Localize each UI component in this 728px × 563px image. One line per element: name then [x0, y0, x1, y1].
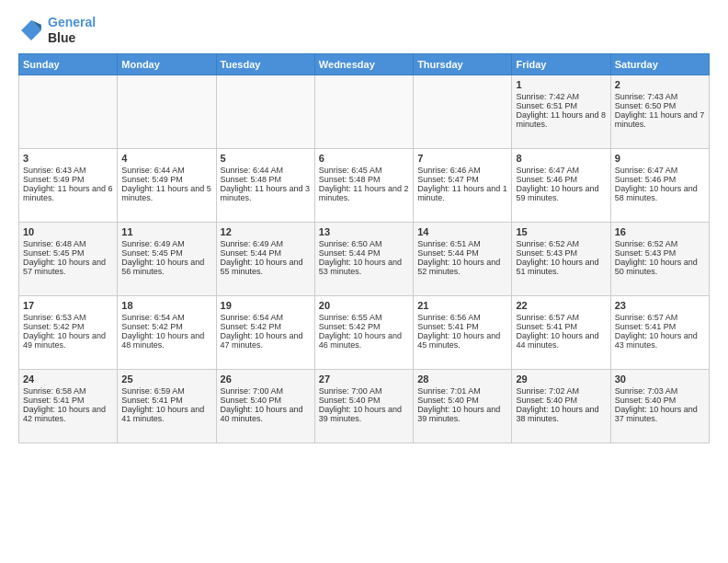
cell-text: Sunset: 5:47 PM — [417, 175, 507, 184]
day-number: 22 — [516, 300, 606, 311]
header-cell-friday: Friday — [512, 53, 610, 75]
week-row-3: 17Sunrise: 6:53 AMSunset: 5:42 PMDayligh… — [19, 295, 710, 369]
calendar-cell: 18Sunrise: 6:54 AMSunset: 5:42 PMDayligh… — [118, 295, 216, 369]
calendar-cell: 3Sunrise: 6:43 AMSunset: 5:49 PMDaylight… — [19, 148, 118, 222]
cell-text: Daylight: 11 hours and 2 minutes. — [319, 184, 409, 202]
day-number: 15 — [516, 226, 606, 237]
calendar-cell: 8Sunrise: 6:47 AMSunset: 5:46 PMDaylight… — [512, 148, 610, 222]
cell-text: Daylight: 10 hours and 44 minutes. — [516, 331, 606, 350]
cell-text: Sunset: 5:41 PM — [23, 396, 113, 405]
day-number: 20 — [319, 300, 409, 311]
cell-text: Daylight: 10 hours and 55 minutes. — [221, 258, 311, 276]
cell-text: Sunrise: 6:59 AM — [121, 386, 211, 396]
day-number: 5 — [221, 153, 311, 164]
day-number: 27 — [319, 373, 409, 385]
cell-text: Sunset: 6:50 PM — [615, 101, 705, 110]
header-row: SundayMondayTuesdayWednesdayThursdayFrid… — [19, 53, 710, 75]
calendar-cell: 20Sunrise: 6:55 AMSunset: 5:42 PMDayligh… — [314, 295, 413, 369]
cell-text: Daylight: 10 hours and 46 minutes. — [319, 331, 409, 350]
calendar-cell: 26Sunrise: 7:00 AMSunset: 5:40 PMDayligh… — [216, 369, 314, 442]
day-number: 3 — [23, 153, 113, 164]
calendar-cell: 25Sunrise: 6:59 AMSunset: 5:41 PMDayligh… — [118, 369, 216, 442]
cell-text: Sunset: 5:41 PM — [615, 322, 705, 331]
week-row-0: 1Sunrise: 7:42 AMSunset: 6:51 PMDaylight… — [19, 75, 710, 148]
calendar-cell: 15Sunrise: 6:52 AMSunset: 5:43 PMDayligh… — [512, 222, 610, 295]
calendar-cell: 10Sunrise: 6:48 AMSunset: 5:45 PMDayligh… — [19, 222, 118, 295]
day-number: 16 — [615, 226, 705, 237]
cell-text: Daylight: 10 hours and 57 minutes. — [23, 258, 113, 276]
calendar-cell: 13Sunrise: 6:50 AMSunset: 5:44 PMDayligh… — [314, 222, 413, 295]
day-number: 24 — [23, 373, 113, 385]
cell-text: Daylight: 11 hours and 1 minute. — [417, 184, 507, 202]
calendar-cell: 28Sunrise: 7:01 AMSunset: 5:40 PMDayligh… — [414, 369, 512, 442]
cell-text: Daylight: 10 hours and 39 minutes. — [319, 405, 409, 423]
calendar-cell: 30Sunrise: 7:03 AMSunset: 5:40 PMDayligh… — [610, 369, 709, 442]
cell-text: Sunset: 5:41 PM — [121, 396, 211, 405]
day-number: 11 — [121, 226, 211, 237]
cell-text: Sunset: 5:44 PM — [417, 248, 507, 258]
cell-text: Daylight: 11 hours and 7 minutes. — [615, 110, 705, 129]
cell-text: Daylight: 11 hours and 8 minutes. — [516, 110, 606, 129]
cell-text: Daylight: 10 hours and 42 minutes. — [23, 405, 113, 423]
cell-text: Sunset: 5:44 PM — [221, 248, 311, 258]
cell-text: Daylight: 10 hours and 59 minutes. — [516, 184, 606, 202]
cell-text: Sunrise: 6:44 AM — [121, 166, 211, 175]
calendar-cell: 24Sunrise: 6:58 AMSunset: 5:41 PMDayligh… — [19, 369, 118, 442]
day-number: 14 — [417, 226, 507, 237]
header-cell-thursday: Thursday — [414, 53, 512, 75]
cell-text: Sunrise: 6:47 AM — [516, 166, 606, 175]
day-number: 30 — [615, 373, 705, 385]
cell-text: Sunset: 6:51 PM — [516, 101, 606, 110]
day-number: 8 — [516, 153, 606, 164]
cell-text: Daylight: 10 hours and 40 minutes. — [221, 405, 311, 423]
day-number: 2 — [615, 79, 705, 90]
cell-text: Sunrise: 6:58 AM — [23, 386, 113, 396]
calendar-cell — [118, 75, 216, 148]
cell-text: Sunrise: 6:49 AM — [121, 239, 211, 248]
day-number: 28 — [417, 373, 507, 385]
day-number: 26 — [221, 373, 311, 385]
cell-text: Sunrise: 6:52 AM — [516, 239, 606, 248]
calendar-cell: 7Sunrise: 6:46 AMSunset: 5:47 PMDaylight… — [414, 148, 512, 222]
calendar-cell: 27Sunrise: 7:00 AMSunset: 5:40 PMDayligh… — [314, 369, 413, 442]
calendar-cell: 6Sunrise: 6:45 AMSunset: 5:48 PMDaylight… — [314, 148, 413, 222]
cell-text: Sunrise: 6:44 AM — [221, 166, 311, 175]
day-number: 1 — [516, 79, 606, 90]
cell-text: Sunrise: 6:47 AM — [615, 166, 705, 175]
cell-text: Sunrise: 7:00 AM — [221, 386, 311, 396]
day-number: 17 — [23, 300, 113, 311]
cell-text: Sunset: 5:49 PM — [23, 175, 113, 184]
logo-icon — [18, 17, 44, 43]
calendar-header: SundayMondayTuesdayWednesdayThursdayFrid… — [19, 53, 710, 75]
day-number: 29 — [516, 373, 606, 385]
calendar-cell — [414, 75, 512, 148]
cell-text: Sunrise: 6:46 AM — [417, 166, 507, 175]
calendar-cell: 21Sunrise: 6:56 AMSunset: 5:41 PMDayligh… — [414, 295, 512, 369]
cell-text: Sunrise: 7:43 AM — [615, 92, 705, 101]
calendar-cell: 4Sunrise: 6:44 AMSunset: 5:49 PMDaylight… — [118, 148, 216, 222]
calendar-cell: 12Sunrise: 6:49 AMSunset: 5:44 PMDayligh… — [216, 222, 314, 295]
cell-text: Sunrise: 6:54 AM — [221, 313, 311, 322]
cell-text: Sunset: 5:40 PM — [319, 396, 409, 405]
calendar-cell: 5Sunrise: 6:44 AMSunset: 5:48 PMDaylight… — [216, 148, 314, 222]
cell-text: Sunset: 5:40 PM — [516, 396, 606, 405]
calendar-cell: 19Sunrise: 6:54 AMSunset: 5:42 PMDayligh… — [216, 295, 314, 369]
calendar-cell — [216, 75, 314, 148]
day-number: 12 — [221, 226, 311, 237]
cell-text: Sunset: 5:48 PM — [319, 175, 409, 184]
cell-text: Sunset: 5:42 PM — [23, 322, 113, 331]
calendar-table: SundayMondayTuesdayWednesdayThursdayFrid… — [18, 53, 710, 443]
cell-text: Sunrise: 7:02 AM — [516, 386, 606, 396]
cell-text: Sunrise: 6:57 AM — [516, 313, 606, 322]
cell-text: Sunrise: 6:52 AM — [615, 239, 705, 248]
week-row-2: 10Sunrise: 6:48 AMSunset: 5:45 PMDayligh… — [19, 222, 710, 295]
week-row-4: 24Sunrise: 6:58 AMSunset: 5:41 PMDayligh… — [19, 369, 710, 442]
header-cell-saturday: Saturday — [610, 53, 709, 75]
calendar-cell: 14Sunrise: 6:51 AMSunset: 5:44 PMDayligh… — [414, 222, 512, 295]
cell-text: Sunset: 5:45 PM — [121, 248, 211, 258]
cell-text: Sunset: 5:43 PM — [516, 248, 606, 258]
day-number: 9 — [615, 153, 705, 164]
calendar-cell: 2Sunrise: 7:43 AMSunset: 6:50 PMDaylight… — [610, 75, 709, 148]
cell-text: Sunset: 5:49 PM — [121, 175, 211, 184]
cell-text: Sunrise: 6:43 AM — [23, 166, 113, 175]
